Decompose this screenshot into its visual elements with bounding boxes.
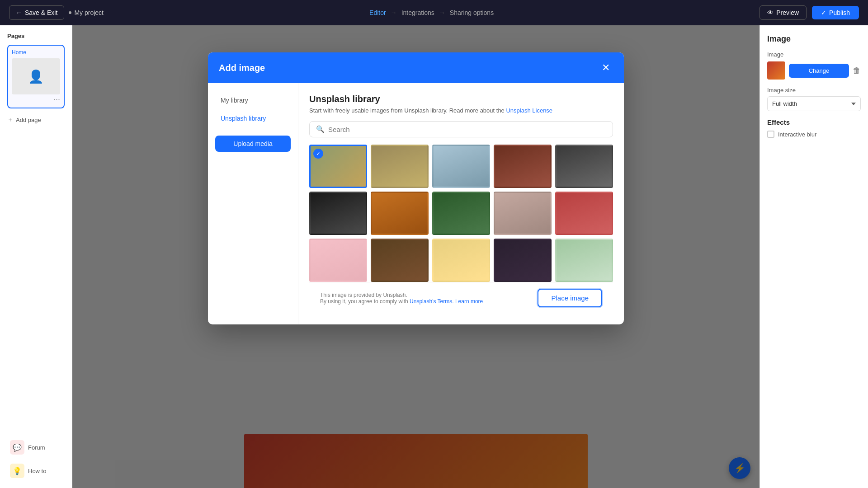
unsplash-desc: Start with freely usable images from Uns… — [309, 107, 613, 114]
save-exit-button[interactable]: ← Save & Exit — [9, 5, 64, 20]
howto-icon: 💡 — [10, 464, 24, 478]
page-card-home[interactable]: Home 👤 ··· — [7, 45, 65, 108]
grid-image-1[interactable]: ✓ — [309, 145, 367, 188]
project-name: My project — [69, 9, 104, 16]
search-input[interactable] — [328, 126, 606, 133]
blur-label: Interactive blur — [778, 131, 816, 138]
nav-right: 👁 Preview ✓ Publish — [760, 5, 859, 20]
footer-text: This image is provided by Unsplash. By u… — [320, 292, 483, 305]
unsaved-dot — [69, 11, 71, 14]
modal-nav: My library Unsplash library Upload media — [208, 83, 298, 324]
grid-image-5[interactable] — [555, 145, 613, 188]
nav-my-library[interactable]: My library — [215, 92, 291, 108]
page-more-button[interactable]: ··· — [12, 94, 60, 104]
learn-more-link[interactable]: Learn more — [455, 298, 483, 305]
grid-image-15[interactable] — [555, 239, 613, 282]
page-home-label: Home — [12, 49, 60, 56]
main-layout: Pages Home 👤 ··· ＋ Add page 💬 Forum 💡 Ho… — [0, 25, 868, 488]
sidebar-item-forum[interactable]: 💬 Forum — [7, 437, 65, 457]
change-image-button[interactable]: Change — [789, 64, 849, 78]
breadcrumb-sharing[interactable]: Sharing options — [450, 9, 494, 16]
modal-footer: This image is provided by Unsplash. By u… — [309, 282, 613, 314]
plus-icon: ＋ — [7, 116, 13, 124]
nav-left: ← Save & Exit My project — [9, 5, 104, 20]
nav-unsplash-library[interactable]: Unsplash library — [215, 110, 291, 127]
search-box: 🔍 — [309, 121, 613, 137]
grid-image-8[interactable] — [432, 192, 490, 235]
center-canvas: Now click or tap on places that are diff… — [72, 25, 760, 488]
unsplash-title: Unsplash library — [309, 94, 613, 104]
sidebar-item-howto[interactable]: 💡 How to — [7, 461, 65, 481]
pages-title: Pages — [7, 33, 65, 39]
left-sidebar: Pages Home 👤 ··· ＋ Add page 💬 Forum 💡 Ho… — [0, 25, 72, 488]
arrow-left-icon: ← — [16, 9, 22, 16]
grid-image-10[interactable] — [555, 192, 613, 235]
eye-icon: 👁 — [767, 9, 774, 16]
breadcrumb-editor[interactable]: Editor — [369, 9, 386, 16]
publish-button[interactable]: ✓ Publish — [812, 6, 859, 19]
delete-image-button[interactable]: 🗑 — [853, 66, 861, 75]
image-row: Change 🗑 — [767, 61, 861, 80]
place-image-button[interactable]: Place image — [538, 289, 602, 307]
add-page-button[interactable]: ＋ Add page — [7, 114, 65, 126]
check-icon: ✓ — [821, 9, 826, 16]
grid-image-7[interactable] — [371, 192, 429, 235]
grid-image-12[interactable] — [371, 239, 429, 282]
size-label: Image size — [767, 87, 861, 94]
sidebar-bottom: 💬 Forum 💡 How to — [7, 437, 65, 481]
modal-body: My library Unsplash library Upload media… — [208, 83, 624, 324]
page-thumbnail: 👤 — [12, 58, 60, 94]
unsplash-license-link[interactable]: Unsplash License — [506, 107, 552, 114]
breadcrumb-sep1: → — [391, 9, 397, 16]
selected-check-badge: ✓ — [313, 149, 323, 159]
preview-button[interactable]: 👁 Preview — [760, 5, 807, 20]
breadcrumb: Editor → Integrations → Sharing options — [369, 9, 494, 16]
image-section-label: Image — [767, 51, 861, 58]
modal-close-button[interactable]: ✕ — [599, 61, 613, 75]
right-panel: Image Image Change 🗑 Image size Full wid… — [760, 25, 868, 488]
modal-unsplash-content: Unsplash library Start with freely usabl… — [298, 83, 624, 324]
breadcrumb-integrations[interactable]: Integrations — [401, 9, 434, 16]
grid-image-3[interactable] — [432, 145, 490, 188]
user-icon: 👤 — [28, 69, 44, 84]
blur-checkbox[interactable] — [767, 131, 774, 138]
grid-image-11[interactable] — [309, 239, 367, 282]
grid-image-14[interactable] — [494, 239, 552, 282]
grid-image-9[interactable] — [494, 192, 552, 235]
unsplash-terms-link[interactable]: Unsplash's Terms. — [410, 298, 453, 305]
image-grid: ✓ — [309, 145, 613, 282]
forum-icon: 💬 — [10, 440, 24, 455]
modal-header: Add image ✕ — [208, 52, 624, 83]
blur-effect-row: Interactive blur — [767, 131, 861, 138]
grid-image-13[interactable] — [432, 239, 490, 282]
modal-overlay: Add image ✕ My library Unsplash library … — [72, 25, 760, 488]
search-icon: 🔍 — [316, 125, 325, 133]
upload-media-button[interactable]: Upload media — [215, 136, 291, 152]
grid-image-2[interactable] — [371, 145, 429, 188]
add-image-modal: Add image ✕ My library Unsplash library … — [208, 52, 624, 324]
modal-title: Add image — [219, 63, 265, 73]
grid-image-4[interactable] — [494, 145, 552, 188]
breadcrumb-sep2: → — [439, 9, 445, 16]
grid-image-6[interactable] — [309, 192, 367, 235]
image-size-select[interactable]: Full width — [767, 96, 861, 111]
image-thumbnail-small — [767, 61, 785, 80]
top-navigation: ← Save & Exit My project Editor → Integr… — [0, 0, 868, 25]
panel-title: Image — [767, 34, 861, 44]
effects-label: Effects — [767, 118, 861, 126]
